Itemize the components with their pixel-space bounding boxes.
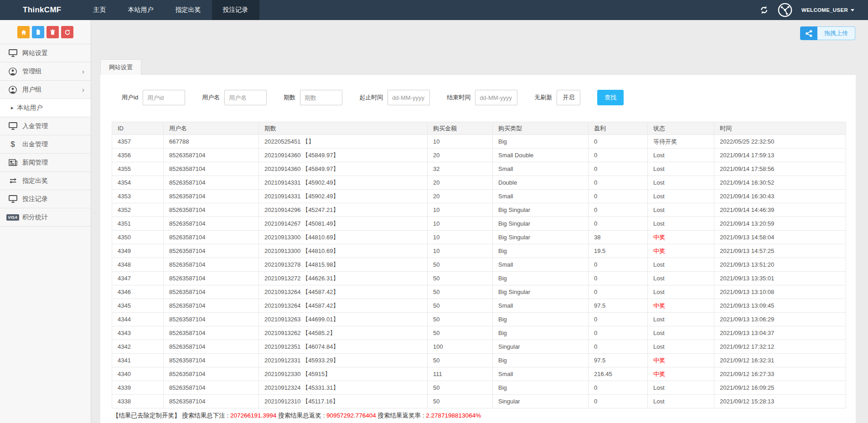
sidebar-item-withdrawal[interactable]: $出金管理 [0,135,91,154]
nav-item[interactable]: 本站用户 [117,0,165,20]
table-row[interactable]: 43448526358710420210913263 【44699.01】50B… [112,313,846,326]
table-row[interactable]: 43568526358710420210914360 【45849.97】20S… [112,149,846,162]
no-refresh-select[interactable]: 开启 [557,90,580,105]
cell-time: 2021/09/13 14:57:25 [714,244,846,258]
sidebar-item-label: 出金管理 [22,140,48,149]
username: WELCOME_USER [801,7,848,13]
cell-profit: 38 [589,231,648,244]
sidebar-item-news[interactable]: 新闻管理 [0,154,91,172]
table-row[interactable]: 43468526358710420210913264 【44587.42】50B… [112,285,846,299]
user-id-input[interactable] [143,90,185,105]
nav-item[interactable]: 主页 [83,0,117,20]
cell-status: Lost [648,326,714,340]
cell-amount: 10 [428,231,493,244]
sidebar-item-label: 管理组 [22,67,41,76]
trash-button[interactable] [46,26,59,38]
cell-status: Lost [648,203,714,217]
refresh-icon[interactable] [760,5,769,15]
cell-amount: 50 [428,326,493,340]
sidebar-menu: 网站设置管理组›用户组›▸本站用户入金管理$出金管理新闻管理指定出奖投注记录VI… [0,44,91,227]
search-button[interactable]: 查找 [597,90,624,105]
sidebar-item-label: 入金管理 [22,122,48,130]
chevron-right-icon: › [82,86,84,93]
start-time-input[interactable] [388,90,430,105]
cell-profit: 0 [589,190,648,203]
tab-site-settings[interactable]: 网站设置 [100,59,141,75]
table-row[interactable]: 435766778820220525451 【】10Big0等待开奖2022/0… [112,135,846,149]
cell-time: 2021/09/13 13:04:37 [714,326,846,340]
cell-username: 85263587104 [164,313,259,326]
cell-time: 2021/09/12 16:32:31 [714,354,846,367]
cell-username: 85263587104 [164,203,259,217]
cell-username: 85263587104 [164,395,259,408]
cell-type: Small [493,162,589,176]
cell-time: 2021/09/14 17:59:13 [714,149,846,162]
brand-logo[interactable]: ThinkCMF [0,0,83,20]
cell-period: 20210913278 【44815.98】 [259,258,428,272]
sidebar-item-points-stats[interactable]: VISA积分统计 [0,208,91,227]
cell-amount: 20 [428,176,493,190]
end-time-input[interactable] [475,90,517,105]
end-time-label: 结束时间 [447,93,470,102]
summary-note: 【结果已去除定制开奖】 搜索结果总下注 : [113,412,230,419]
cell-id: 4339 [112,381,164,395]
table-row[interactable]: 43418526358710420210912331 【45933.29】50B… [112,354,846,367]
cell-username: 85263587104 [164,340,259,354]
period-input[interactable] [300,90,342,105]
cell-status: Lost [648,176,714,190]
cell-time: 2021/09/12 16:09:25 [714,381,846,395]
cell-username: 85263587104 [164,217,259,231]
username-input[interactable] [224,90,267,105]
table-row[interactable]: 43428526358710420210912351 【46074.84】100… [112,340,846,354]
summary-rate: 2.2787198813064% [426,412,481,419]
table-row[interactable]: 43438526358710420210913262 【44585.2】50Bi… [112,326,846,340]
cell-amount: 50 [428,395,493,408]
table-row[interactable]: 43538526358710420210914331 【45902.49】20S… [112,190,846,203]
table-body: 435766778820220525451 【】10Big0等待开奖2022/0… [112,135,846,408]
cell-period: 20210912324 【45331.31】 [259,381,428,395]
exchange-icon [8,178,18,184]
table-row[interactable]: 43548526358710420210914331 【45902.49】20D… [112,176,846,190]
user-menu[interactable]: WELCOME_USER [801,7,854,13]
table-row[interactable]: 43518526358710420210914267 【45081.49】10B… [112,217,846,231]
table-row[interactable]: 43398526358710420210912324 【45331.31】50B… [112,381,846,395]
cell-username: 85263587104 [164,231,259,244]
chevron-right-icon: › [82,67,84,75]
table-row[interactable]: 43488526358710420210913278 【44815.98】50S… [112,258,846,272]
sidebar-item-site-settings[interactable]: 网站设置 [0,44,91,62]
table-row[interactable]: 43528526358710420210914296 【45247.21】10B… [112,203,846,217]
sidebar-item-deposit[interactable]: 入金管理 [0,117,91,135]
drag-upload-button[interactable]: 拖拽上传 [800,26,855,40]
sidebar-item-user-group[interactable]: 用户组› [0,81,91,99]
cell-type: Big [493,272,589,285]
table-row[interactable]: 43498526358710420210913300 【44810.69】10B… [112,244,846,258]
sidebar-item-bet-records[interactable]: 投注记录 [0,190,91,208]
cell-time: 2021/09/13 13:35:01 [714,272,846,285]
sidebar-item-site-users[interactable]: ▸本站用户 [0,99,91,117]
table-row[interactable]: 43408526358710420210912330 【45915】111Sma… [112,367,846,381]
cell-time: 2021/09/12 15:28:13 [714,395,846,408]
caret-right-icon: ▸ [11,105,14,111]
sidebar-item-admin-group[interactable]: 管理组› [0,62,91,81]
user-avatar[interactable] [778,3,792,17]
nav-item[interactable]: 指定出奖 [165,0,212,20]
file-button[interactable] [32,26,44,38]
nav-item[interactable]: 投注记录 [212,0,259,20]
table-row[interactable]: 43478526358710420210913272 【44626.31】50B… [112,272,846,285]
table-row[interactable]: 43458526358710420210913264 【44587.42】50S… [112,299,846,313]
table-row[interactable]: 43388526358710420210912310 【45117.16】50S… [112,395,846,408]
cell-amount: 20 [428,149,493,162]
cell-username: 85263587104 [164,299,259,313]
upload-label: 拖拽上传 [817,26,855,40]
recycle-button[interactable] [61,26,73,38]
sidebar-item-assign-draw[interactable]: 指定出奖 [0,172,91,190]
col-header-username: 用户名 [164,122,259,135]
nav-menu: 主页本站用户指定出奖投注记录 [83,0,259,20]
cell-amount: 10 [428,217,493,231]
table-row[interactable]: 43508526358710420210913300 【44810.69】10B… [112,231,846,244]
table-row[interactable]: 43558526358710420210914360 【45849.97】32S… [112,162,846,176]
home-button[interactable] [17,26,30,38]
col-header-type: 购买类型 [493,122,589,135]
cell-amount: 10 [428,244,493,258]
file-icon [35,29,41,35]
